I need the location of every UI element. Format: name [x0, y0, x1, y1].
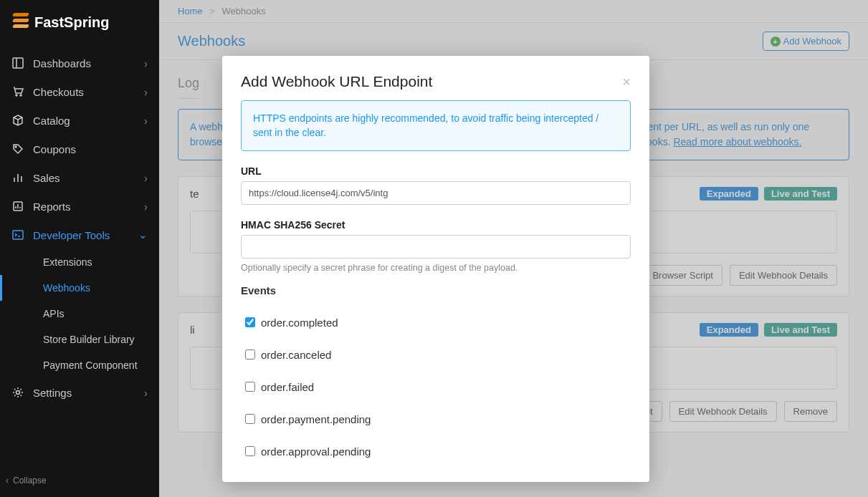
- event-row-order-payment-pending[interactable]: order.payment.pending: [241, 403, 631, 435]
- event-checkbox[interactable]: [245, 382, 255, 392]
- svg-point-2: [16, 95, 17, 96]
- sidebar-label: Checkouts: [33, 86, 144, 98]
- tag-icon: [11, 143, 24, 155]
- sidebar-item-developer-tools[interactable]: Developer Tools ⌄: [0, 221, 159, 249]
- sidebar-item-reports[interactable]: Reports ›: [0, 192, 159, 221]
- collapse-icon: ‹: [6, 476, 9, 486]
- sidebar-item-catalog[interactable]: Catalog ›: [0, 106, 159, 135]
- event-checkbox[interactable]: [245, 349, 255, 360]
- gear-icon: [11, 386, 24, 399]
- chevron-right-icon: ›: [144, 201, 148, 213]
- report-icon: [11, 200, 24, 213]
- chart-icon: [11, 171, 24, 184]
- sidebar-item-coupons[interactable]: Coupons: [0, 135, 159, 163]
- sidebar-label: Coupons: [33, 143, 148, 155]
- event-row-order-approval-pending[interactable]: order.approval.pending: [241, 435, 631, 468]
- collapse-label: Collapse: [13, 476, 47, 486]
- sidebar-item-dashboards[interactable]: Dashboards ›: [0, 49, 159, 77]
- sidebar-label: Developer Tools: [33, 229, 138, 241]
- brand-name: FastSpring: [34, 14, 109, 31]
- collapse-sidebar-button[interactable]: ‹ Collapse: [6, 476, 47, 486]
- sidebar-item-sales[interactable]: Sales ›: [0, 163, 159, 192]
- sidebar-sub-store-builder[interactable]: Store Builder Library: [0, 327, 159, 352]
- box-icon: [11, 114, 24, 127]
- event-row-order-canceled[interactable]: order.canceled: [241, 339, 631, 371]
- event-label: order.payment.pending: [261, 413, 371, 425]
- sidebar-label: Catalog: [33, 115, 144, 127]
- logo-mark-icon: [13, 13, 29, 32]
- event-label: order.approval.pending: [261, 445, 371, 458]
- chevron-right-icon: ›: [144, 387, 148, 399]
- events-label: Events: [241, 284, 631, 296]
- add-webhook-modal: Add Webhook URL Endpoint × HTTPS endpoin…: [222, 56, 649, 482]
- url-label: URL: [241, 165, 631, 177]
- event-checkbox[interactable]: [245, 414, 255, 424]
- chevron-right-icon: ›: [144, 57, 148, 69]
- event-checkbox[interactable]: [245, 446, 255, 456]
- https-alert: HTTPS endpoints are highly recommended, …: [241, 100, 631, 151]
- cart-icon: [11, 85, 24, 98]
- dashboard-icon: [11, 57, 24, 69]
- sidebar-label: Sales: [33, 172, 144, 184]
- secret-help: Optionally specify a secret phrase for c…: [241, 263, 631, 273]
- event-row-order-failed[interactable]: order.failed: [241, 371, 631, 403]
- brand-logo[interactable]: FastSpring: [0, 0, 159, 49]
- sidebar-item-settings[interactable]: Settings ›: [0, 378, 159, 407]
- sidebar-label: Dashboards: [33, 57, 144, 69]
- sidebar-label: Settings: [33, 387, 144, 399]
- event-row-order-completed[interactable]: order.completed: [241, 307, 631, 339]
- chevron-right-icon: ›: [144, 115, 148, 127]
- terminal-icon: [11, 228, 24, 241]
- chevron-down-icon: ⌄: [138, 228, 148, 241]
- sidebar-sub-payment-component[interactable]: Payment Component: [0, 352, 159, 378]
- secret-input[interactable]: [241, 235, 631, 259]
- svg-point-4: [15, 146, 16, 148]
- chevron-right-icon: ›: [144, 172, 148, 184]
- sidebar-sub-webhooks[interactable]: Webhooks: [0, 275, 159, 301]
- url-input[interactable]: [241, 181, 631, 205]
- sidebar-item-checkouts[interactable]: Checkouts ›: [0, 77, 159, 106]
- event-label: order.completed: [261, 317, 338, 329]
- close-icon[interactable]: ×: [622, 74, 631, 90]
- event-label: order.canceled: [261, 349, 331, 361]
- sidebar: FastSpring Dashboards › Checkouts › Cata…: [0, 0, 159, 497]
- svg-rect-0: [13, 58, 23, 68]
- modal-title: Add Webhook URL Endpoint: [241, 73, 622, 90]
- sidebar-label: Reports: [33, 201, 144, 213]
- sidebar-sub-apis[interactable]: APIs: [0, 301, 159, 327]
- svg-point-3: [20, 95, 22, 96]
- svg-point-14: [16, 391, 20, 395]
- event-checkbox[interactable]: [245, 317, 255, 327]
- chevron-right-icon: ›: [144, 86, 148, 98]
- sidebar-sub-extensions[interactable]: Extensions: [0, 249, 159, 275]
- secret-label: HMAC SHA256 Secret: [241, 219, 631, 231]
- event-label: order.failed: [261, 381, 314, 393]
- svg-rect-12: [13, 231, 23, 239]
